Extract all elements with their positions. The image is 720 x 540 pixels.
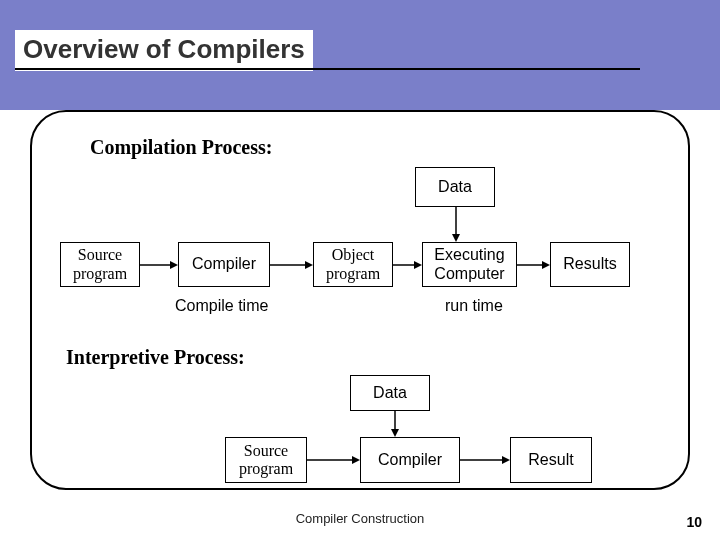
compilation-diagram: Data Source program Compiler Object prog… <box>60 167 660 332</box>
source-program-box: Source program <box>60 242 140 287</box>
data-box: Data <box>415 167 495 207</box>
interpretive-diagram: Data Source program Compiler Result <box>60 375 660 490</box>
section2-title: Interpretive Process: <box>66 346 660 369</box>
object-program-box: Object program <box>313 242 393 287</box>
footer-text: Compiler Construction <box>0 511 720 526</box>
compile-time-label: Compile time <box>175 297 268 315</box>
content-frame: Compilation Process: Data Source program… <box>30 110 690 490</box>
svg-marker-11 <box>391 429 399 437</box>
executing-computer-box: Executing Computer <box>422 242 517 287</box>
compiler-box: Compiler <box>178 242 270 287</box>
result-box-2: Result <box>510 437 592 483</box>
arrow-compiler-result-2 <box>460 458 510 462</box>
compiler-box-2: Compiler <box>360 437 460 483</box>
arrow-compiler-object <box>270 263 313 267</box>
svg-marker-9 <box>542 261 550 269</box>
page-number: 10 <box>686 514 702 530</box>
arrow-data-to-exec <box>455 207 457 242</box>
svg-marker-5 <box>305 261 313 269</box>
section1-title: Compilation Process: <box>90 136 660 159</box>
arrow-data-to-compiler-2 <box>394 411 396 437</box>
arrow-exec-results <box>517 263 550 267</box>
title-underline <box>15 68 640 70</box>
run-time-label: run time <box>445 297 503 315</box>
svg-marker-15 <box>502 456 510 464</box>
slide-title: Overview of Compilers <box>15 30 313 71</box>
data-box-2: Data <box>350 375 430 411</box>
arrow-object-exec <box>393 263 422 267</box>
svg-marker-13 <box>352 456 360 464</box>
arrow-source-compiler-2 <box>307 458 360 462</box>
svg-marker-1 <box>452 234 460 242</box>
header-band: Overview of Compilers <box>0 0 720 110</box>
results-box: Results <box>550 242 630 287</box>
svg-marker-3 <box>170 261 178 269</box>
arrow-source-compiler <box>140 263 178 267</box>
svg-marker-7 <box>414 261 422 269</box>
source-program-box-2: Source program <box>225 437 307 483</box>
